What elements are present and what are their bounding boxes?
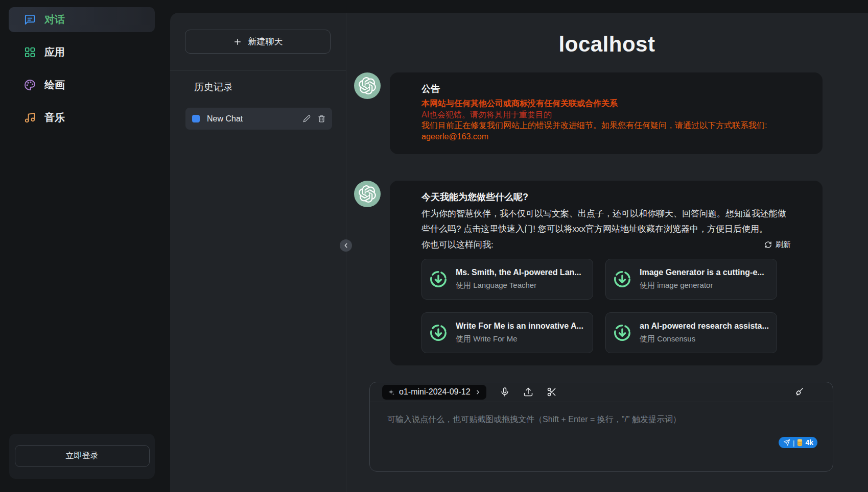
chat-bubble-icon	[24, 14, 36, 26]
token-badge: 4k	[805, 438, 813, 447]
composer-toolbar: o1-mini-2024-09-12	[370, 382, 833, 402]
microphone-icon	[500, 387, 510, 397]
announcement-line-2: AI也会犯错。请勿将其用于重要目的	[421, 109, 791, 120]
broom-icon	[794, 387, 804, 397]
refresh-label: 刷新	[776, 240, 791, 250]
download-circle-icon	[429, 269, 448, 289]
suggestion-grid: Ms. Smith, the AI-powered Lan... 使用 Lang…	[421, 259, 791, 353]
send-button[interactable]: | 4k	[779, 437, 817, 448]
sidebar-item-music[interactable]: 音乐	[9, 105, 155, 130]
sparkle-icon	[387, 388, 395, 396]
ask-hint: 你也可以这样问我:	[421, 239, 494, 251]
plus-icon	[233, 37, 242, 46]
sidebar-item-label: 绘画	[44, 78, 65, 92]
suggestion-card[interactable]: Image Generator is a cutting-e... 使用 ima…	[605, 259, 777, 300]
send-plane-icon	[783, 439, 790, 446]
new-chat-button[interactable]: 新建聊天	[185, 30, 331, 54]
session-item[interactable]: New Chat	[185, 108, 332, 130]
send-divider: |	[793, 439, 794, 447]
announcement-bubble: 公告 本网站与任何其他公司或商标没有任何关联或合作关系 AI也会犯错。请勿将其用…	[390, 72, 823, 154]
suggestion-card[interactable]: an AI-powered research assista... 使用 Con…	[605, 312, 777, 353]
download-circle-icon	[429, 323, 448, 342]
upload-icon	[523, 387, 533, 397]
session-actions	[303, 115, 325, 122]
welcome-heading: 今天我能为您做些什么呢?	[421, 191, 791, 203]
sidebar-item-label: 对话	[44, 13, 65, 27]
openai-logo-icon	[359, 77, 376, 94]
chat-list-divider	[170, 70, 346, 71]
grid-icon	[24, 46, 36, 58]
message-list: 公告 本网站与任何其他公司或商标没有任何关联或合作关系 AI也会犯错。请勿将其用…	[354, 72, 823, 365]
suggestion-subtitle: 使用 Write For Me	[456, 334, 583, 344]
coin-stack-icon	[797, 438, 803, 447]
login-button[interactable]: 立即登录	[15, 445, 150, 467]
welcome-message: 今天我能为您做些什么呢? 作为你的智慧伙伴，我不仅可以写文案、出点子，还可以和你…	[354, 181, 823, 365]
download-circle-icon	[613, 323, 632, 342]
chevron-right-icon	[475, 389, 481, 396]
collapse-sidebar-button[interactable]	[340, 239, 352, 252]
announcement-message: 公告 本网站与任何其他公司或商标没有任何关联或合作关系 AI也会犯错。请勿将其用…	[354, 72, 823, 154]
suggestion-title: Write For Me is an innovative A...	[456, 322, 583, 331]
download-circle-icon	[613, 269, 632, 289]
scissors-icon	[547, 387, 557, 397]
sidebar-item-apps[interactable]: 应用	[9, 40, 155, 65]
announcement-line-3: 我们目前正在修复我们网站上的错误并改进细节。如果您有任何疑问，请通过以下方式联系…	[421, 120, 791, 131]
welcome-bubble: 今天我能为您做些什么呢? 作为你的智慧伙伴，我不仅可以写文案、出点子，还可以和你…	[390, 181, 823, 365]
palette-icon	[24, 79, 36, 91]
message-input[interactable]	[370, 402, 833, 433]
refresh-button[interactable]: 刷新	[764, 240, 791, 250]
suggestion-subtitle: 使用 image generator	[640, 281, 764, 290]
suggestion-title: an AI-powered research assista...	[640, 322, 769, 331]
clear-context-button[interactable]	[794, 387, 804, 397]
suggestion-title: Image Generator is a cutting-e...	[640, 268, 764, 277]
sidebar-item-chat[interactable]: 对话	[9, 7, 155, 32]
sidebar-item-label: 应用	[44, 45, 65, 59]
login-card: 立即登录	[9, 434, 155, 479]
announcement-heading: 公告	[421, 83, 791, 95]
model-selector[interactable]: o1-mini-2024-09-12	[382, 385, 486, 400]
session-avatar-square	[192, 115, 200, 122]
session-title: New Chat	[207, 114, 243, 124]
delete-trash-icon[interactable]	[318, 115, 325, 122]
sidebar-item-label: 音乐	[44, 111, 65, 125]
welcome-body: 作为你的智慧伙伴，我不仅可以写文案、出点子，还可以和你聊天、回答问题。想知道我还…	[421, 206, 791, 237]
music-note-icon	[24, 112, 36, 124]
edit-pencil-icon[interactable]	[303, 115, 311, 122]
microphone-button[interactable]	[500, 387, 510, 397]
workspace: 新建聊天 历史记录 New Chat localhost	[170, 13, 868, 492]
history-title: 历史记录	[194, 81, 233, 94]
upload-button[interactable]	[523, 387, 533, 397]
openai-logo-icon	[359, 185, 376, 203]
assistant-avatar	[354, 181, 381, 207]
suggestion-subtitle: 使用 Consensus	[640, 334, 769, 344]
assistant-avatar	[354, 72, 381, 99]
suggestion-title: Ms. Smith, the AI-powered Lan...	[456, 268, 581, 277]
main-chat-area: localhost 公告 本网站与任何其他公司或商标没有任何关联或合作关系 AI…	[346, 13, 868, 492]
sidebar-nav: 对话 应用 绘画 音乐	[0, 0, 163, 130]
chevron-left-icon	[342, 242, 349, 249]
model-name: o1-mini-2024-09-12	[399, 387, 471, 397]
suggestion-card[interactable]: Write For Me is an innovative A... 使用 Wr…	[421, 312, 593, 353]
screenshot-button[interactable]	[547, 387, 557, 397]
refresh-icon	[764, 241, 772, 249]
new-chat-label: 新建聊天	[248, 36, 283, 47]
suggestion-card[interactable]: Ms. Smith, the AI-powered Lan... 使用 Lang…	[421, 259, 593, 300]
composer: o1-mini-2024-09-12	[369, 382, 833, 472]
page-title: localhost	[346, 32, 868, 57]
sidebar-item-draw[interactable]: 绘画	[9, 72, 155, 97]
chat-list-panel: 新建聊天 历史记录 New Chat	[170, 13, 346, 492]
contact-email-link[interactable]: ageerle@163.com	[421, 131, 488, 142]
sidebar: 对话 应用 绘画 音乐 立即登录	[0, 0, 163, 492]
suggestion-subtitle: 使用 Language Teacher	[456, 281, 581, 290]
announcement-line-1: 本网站与任何其他公司或商标没有任何关联或合作关系	[421, 98, 791, 109]
